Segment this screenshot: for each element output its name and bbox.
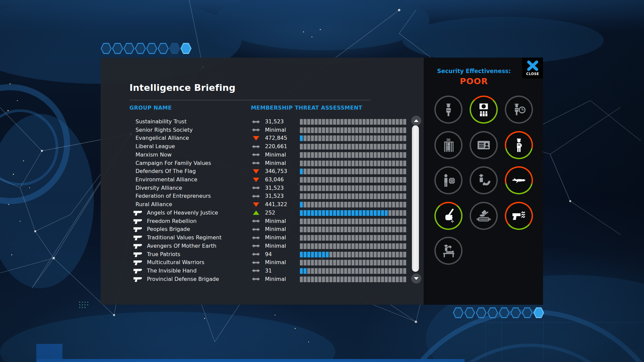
- group-row[interactable]: Rural Alliance441,322: [101, 200, 413, 209]
- group-row[interactable]: The Invisible Hand31: [101, 267, 413, 275]
- group-row[interactable]: Avengers Of Mother EarthMinimal: [101, 242, 413, 250]
- threat-segment: [377, 227, 380, 232]
- threat-segment: [318, 144, 321, 149]
- membership-value: 31,523: [265, 118, 284, 125]
- threat-segment: [392, 144, 395, 149]
- measure-drone-strikes[interactable]: [505, 166, 533, 194]
- threat-segment: [374, 193, 377, 199]
- threat-segment: [374, 252, 377, 257]
- threat-segment: [311, 210, 314, 216]
- threat-segment: [337, 169, 340, 174]
- measure-cctv-surveillance[interactable]: [470, 96, 498, 124]
- group-row[interactable]: Environmental Alliance63,046: [101, 176, 413, 184]
- group-row[interactable]: True Patriots94: [101, 250, 413, 259]
- threat-segment: [307, 135, 310, 141]
- threat-segment: [363, 177, 366, 183]
- measure-gag-order[interactable]: SHHHHHH: [470, 202, 498, 230]
- threat-segment: [396, 235, 399, 241]
- threat-segment: [315, 144, 318, 149]
- threat-segment: [355, 193, 358, 199]
- threat-segment: [300, 252, 303, 257]
- threat-segment: [304, 235, 307, 241]
- group-row[interactable]: Sustainability Trust31,523: [101, 118, 413, 126]
- threat-segment: [348, 144, 351, 149]
- measure-id-card-checks[interactable]: [470, 131, 498, 159]
- measure-silenced-weapons[interactable]: [505, 202, 533, 230]
- measure-watch-schedule[interactable]: [505, 96, 533, 124]
- group-row[interactable]: Provincial Defense BrigadeMinimal: [101, 275, 413, 284]
- scrollbar-thumb[interactable]: [412, 125, 419, 272]
- group-row[interactable]: Defenders Of The Flag346,753: [101, 167, 413, 176]
- threat-segment: [337, 193, 340, 199]
- threat-segment: [340, 177, 343, 183]
- threat-segment: [399, 135, 402, 141]
- membership-value: Minimal: [265, 276, 286, 282]
- threat-segment: [304, 252, 307, 257]
- hex-decoration-inner: [454, 308, 463, 317]
- threat-segment: [392, 219, 395, 224]
- group-row[interactable]: Campaign For Family ValuesMinimal: [101, 159, 413, 168]
- threat-segment: [396, 268, 399, 274]
- threat-segment: [333, 252, 336, 257]
- column-header-group-name: GROUP NAME: [129, 105, 172, 111]
- threat-segment: [326, 243, 329, 249]
- group-row[interactable]: Angels of Heavenly Justice252: [101, 209, 413, 217]
- group-row[interactable]: Freedom RebellionMinimal: [101, 217, 413, 226]
- measure-patrol-officer[interactable]: [434, 96, 463, 124]
- scroll-down-button[interactable]: [411, 274, 421, 284]
- threat-segment: [370, 185, 373, 191]
- group-row[interactable]: Federation of Entrepreneurs31,523: [101, 192, 413, 200]
- group-row[interactable]: Traditional Values RegimentMinimal: [101, 234, 413, 242]
- threat-segment: [377, 193, 380, 199]
- threat-segment: [370, 119, 373, 125]
- group-row[interactable]: Peoples BrigadeMinimal: [101, 225, 413, 234]
- scroll-up-button[interactable]: [411, 116, 421, 126]
- threat-segment: [326, 219, 329, 224]
- group-row[interactable]: Marxism NowMinimal: [101, 151, 413, 159]
- armed-group-gun-icon: [133, 235, 142, 241]
- threat-segment: [344, 144, 347, 149]
- group-row[interactable]: Evangelical Alliance472,845: [101, 134, 413, 142]
- close-button[interactable]: CLOSE: [522, 58, 543, 78]
- threat-segment: [403, 161, 406, 166]
- threat-segment: [329, 235, 332, 241]
- threat-segment: [388, 268, 391, 274]
- threat-segment: [311, 177, 314, 183]
- threat-segment: [311, 119, 314, 125]
- group-row[interactable]: Senior Rights SocietyMinimal: [101, 126, 413, 134]
- measure-chip-implant[interactable]: [434, 166, 463, 194]
- group-row[interactable]: Liberal League220,661: [101, 142, 413, 151]
- measure-armed-guard[interactable]: [505, 131, 533, 159]
- threat-segment: [377, 235, 380, 241]
- threat-segment: [374, 268, 377, 274]
- measure-forced-signing[interactable]: [434, 202, 463, 230]
- measure-waterboarding[interactable]: [434, 237, 463, 265]
- threat-segment: [318, 169, 321, 174]
- measure-wiretap[interactable]: [470, 166, 498, 194]
- threat-segment: [340, 235, 343, 241]
- threat-segment: [333, 193, 336, 199]
- threat-segment: [396, 169, 399, 174]
- threat-segment: [385, 144, 388, 149]
- threat-segment: [385, 235, 388, 241]
- threat-segment: [392, 161, 395, 166]
- threat-segment: [352, 219, 355, 224]
- threat-segment: [348, 177, 351, 183]
- group-row[interactable]: Multicultural WarriorsMinimal: [101, 258, 413, 267]
- threat-segment: [396, 127, 399, 133]
- threat-segment: [326, 268, 329, 274]
- threat-segment: [381, 193, 384, 199]
- threat-segment: [399, 144, 402, 149]
- armed-group-gun-icon: [133, 268, 142, 274]
- group-row[interactable]: Diversity Alliance31,523: [101, 184, 413, 192]
- threat-segment: [348, 202, 351, 207]
- threat-segment: [329, 260, 332, 265]
- measure-indefinite-detention[interactable]: ∞: [434, 131, 463, 159]
- threat-segment: [307, 169, 310, 174]
- threat-segment: [388, 252, 391, 257]
- threat-segment: [326, 185, 329, 191]
- threat-segment: [344, 135, 347, 141]
- threat-segment: [304, 227, 307, 232]
- threat-segment: [392, 202, 395, 207]
- threat-segment: [300, 152, 303, 158]
